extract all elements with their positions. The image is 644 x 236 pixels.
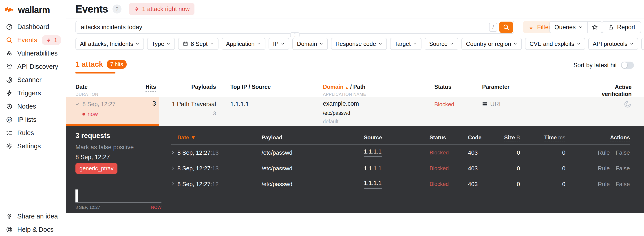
wallarm-logo[interactable]: wallarm [5, 5, 50, 15]
sidebar-item-settings[interactable]: Settings [0, 140, 66, 153]
timeline-labels: 8 SEP, 12:27 NOW [76, 205, 162, 210]
attack-type-tag[interactable]: generic_ptrav [76, 163, 118, 174]
lifebuoy-icon [6, 226, 13, 233]
sort-control: Sort by latest hit [573, 62, 634, 69]
req-column-date[interactable]: Date ▼ [178, 134, 262, 141]
active-tab-underline [76, 72, 116, 74]
chip-domain[interactable]: Domain [292, 38, 328, 50]
chip-date[interactable]: 8 Sept [178, 38, 218, 50]
req-column-time[interactable]: Time ms [520, 134, 566, 141]
request-row[interactable]: 8 Sep, 12:27:12 /etc/passwd 1.1.1.1 Bloc… [171, 176, 630, 192]
search-button[interactable] [500, 22, 513, 33]
sidebar-item-ip-lists[interactable]: IP IP lists [0, 113, 66, 126]
sidebar-item-label: Nodes [17, 103, 36, 110]
chip-response-code[interactable]: Response code [331, 38, 387, 50]
chevron-right-icon[interactable] [171, 150, 175, 155]
chip-authentication[interactable]: Authentication [641, 38, 644, 50]
attack-parameter-cell: URI [482, 97, 599, 126]
sidebar-item-vulnerabilities[interactable]: Vulnerabilities [0, 47, 66, 60]
action-false[interactable]: False [616, 149, 630, 156]
chip-label: API protocols [593, 41, 628, 47]
chip-label: Application [226, 41, 255, 47]
attacks-table-header: Date DURATION Hits Payloads Top IP / Sou… [66, 84, 644, 97]
request-date: 8 Sep, 12:27:12 [178, 181, 262, 188]
sidebar-item-scanner[interactable]: Scanner [0, 73, 66, 87]
scanner-icon [6, 76, 13, 83]
action-false[interactable]: False [616, 165, 630, 172]
ip-icon: IP [6, 116, 13, 123]
search-input[interactable] [76, 24, 489, 31]
sort-asc-icon: ▲ [345, 86, 349, 89]
chip-label: Type [152, 41, 164, 47]
attack-path: /etc/passwd [323, 110, 434, 116]
attack-top-ip[interactable]: 1.1.1.1 [219, 97, 323, 126]
sidebar-item-label: Settings [17, 142, 41, 150]
queries-dropdown[interactable]: Queries [550, 22, 588, 33]
request-time: 0 [520, 149, 566, 156]
attack-payload-type: 1 Path Traversal [159, 101, 216, 108]
request-source[interactable]: 1.1.1.1 [364, 180, 430, 189]
chip-country-region[interactable]: Country or region [462, 38, 522, 50]
request-source[interactable]: 1.1.1.1 [364, 148, 430, 157]
request-payload: /etc/passwd [262, 181, 364, 188]
sidebar-item-events[interactable]: Events 1 [0, 34, 66, 47]
action-rule[interactable]: Rule [598, 181, 610, 188]
action-rule[interactable]: Rule [598, 165, 610, 172]
request-source[interactable]: 1.1.1.1 [364, 165, 430, 172]
domain-sort-label[interactable]: Domain [323, 84, 344, 90]
req-column-actions[interactable]: Actions [566, 134, 630, 141]
column-domain-path[interactable]: Domain ▲ / Path APPLICATION NAME [323, 84, 434, 98]
lightning-icon [134, 6, 140, 12]
request-row[interactable]: 8 Sep, 12:27:13 /etc/passwd 1.1.1.1 Bloc… [171, 145, 630, 160]
mark-false-positive-link[interactable]: Mark as false positive [76, 144, 134, 151]
column-status: Status [434, 84, 482, 98]
chip-type[interactable]: Type [147, 38, 175, 50]
chevron-right-icon[interactable] [171, 166, 175, 170]
help-icon[interactable]: ? [112, 5, 122, 14]
report-button[interactable]: Report [602, 21, 641, 33]
action-false[interactable]: False [616, 181, 630, 188]
sidebar-item-dashboard[interactable]: Dashboard [0, 20, 66, 34]
chip-cve-exploits[interactable]: CVE and exploits [525, 38, 585, 50]
chip-api-protocols[interactable]: API protocols [588, 38, 638, 50]
sort-toggle[interactable] [621, 62, 634, 69]
active-verification-cell[interactable] [599, 97, 632, 126]
chevron-right-icon[interactable] [171, 182, 175, 186]
attack-alert-text: 1 attack right now [142, 6, 190, 13]
sidebar-item-nodes[interactable]: Nodes [0, 100, 66, 113]
column-hits[interactable]: Hits [146, 84, 156, 92]
chip-ip[interactable]: IP [268, 38, 290, 50]
sidebar-item-share-idea[interactable]: Share an idea [0, 210, 66, 223]
chip-label: CVE and exploits [530, 41, 574, 47]
wallarm-logo-text: wallarm [18, 5, 50, 15]
search-expand-handle[interactable]: ⌃⌄ [290, 32, 300, 37]
request-time: 0 [520, 165, 566, 172]
filter-label: Filter [537, 24, 550, 31]
expand-arrows: ⌃⌄ [294, 33, 296, 37]
queries-group: Queries [550, 21, 602, 33]
chip-target[interactable]: Target [390, 38, 422, 50]
tab-attacks[interactable]: 1 attack 7 hits [76, 60, 127, 69]
sidebar-item-api-discovery[interactable]: API Discovery [0, 60, 66, 73]
timeline-end-label: NOW [151, 205, 162, 210]
request-details-panel: 3 requests Mark as false positive 8 Sep,… [66, 126, 644, 213]
attack-date-cell[interactable]: 8 Sep, 12:27 now 3 [66, 97, 159, 126]
chip-application[interactable]: Application [222, 38, 266, 50]
filter-icon [528, 24, 534, 30]
req-column-size[interactable]: Size B [493, 134, 520, 141]
chip-source[interactable]: Source [424, 38, 458, 50]
action-rule[interactable]: Rule [598, 149, 610, 156]
attack-row[interactable]: 8 Sep, 12:27 now 3 1 Path Traversal 3 1.… [66, 97, 644, 126]
sidebar-item-triggers[interactable]: Triggers [0, 87, 66, 100]
attack-alert-badge[interactable]: 1 attack right now [129, 3, 195, 15]
chip-label: IP [273, 41, 279, 47]
column-active-verification: Active verification [599, 84, 632, 98]
sidebar-item-rules[interactable]: Rules [0, 126, 66, 140]
export-icon [608, 24, 614, 30]
chip-all-attacks-incidents[interactable]: All attacks, Incidents [76, 38, 144, 50]
svg-text:IP: IP [8, 118, 11, 121]
sidebar-item-help-docs[interactable]: Help & Docs [0, 223, 66, 236]
request-row[interactable]: 8 Sep, 12:27:13 /etc/passwd 1.1.1.1 Bloc… [171, 160, 630, 176]
favorite-star-button[interactable] [588, 22, 602, 33]
chevron-down-icon[interactable] [75, 102, 80, 107]
